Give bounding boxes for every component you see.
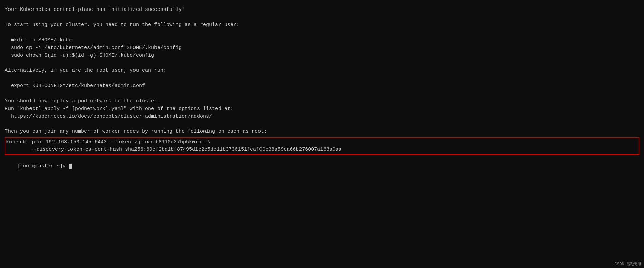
output-line-5: sudo chown $(id -u):$(id -g) $HOME/.kube… <box>5 52 639 60</box>
output-line-11: Then you can join any number of worker n… <box>5 128 639 136</box>
output-line-10: https://kubernetes.io/docs/concepts/clus… <box>5 113 639 121</box>
output-line-4: sudo cp -i /etc/kubernetes/admin.conf $H… <box>5 44 639 52</box>
empty-line-1 <box>5 14 639 22</box>
output-line-6: Alternatively, if you are the root user,… <box>5 67 639 75</box>
kubeadm-join-line2: --discovery-token-ca-cert-hash sha256:69… <box>5 146 639 154</box>
output-line-2: To start using your cluster, you need to… <box>5 21 639 29</box>
output-line-8: You should now deploy a pod network to t… <box>5 98 639 105</box>
watermark: CSDN @武天旭 <box>612 261 644 268</box>
output-line-7: export KUBECONFIG=/etc/kubernetes/admin.… <box>5 82 639 90</box>
prompt-line: [root@master ~]# <box>5 155 639 178</box>
output-line-9: Run "kubectl apply -f [podnetwork].yaml"… <box>5 105 639 113</box>
cursor <box>69 164 72 169</box>
prompt-text: [root@master ~]# <box>17 163 69 169</box>
terminal: Your Kubernetes control-plane has initia… <box>5 6 639 178</box>
empty-line-6 <box>5 121 639 128</box>
output-line-3: mkdir -p $HOME/.kube <box>5 37 639 44</box>
empty-line-2 <box>5 29 639 37</box>
empty-line-3 <box>5 60 639 67</box>
empty-line-4 <box>5 75 639 83</box>
kubeadm-join-block: kubeadm join 192.168.153.145:6443 --toke… <box>5 137 639 155</box>
output-line-1: Your Kubernetes control-plane has initia… <box>5 6 639 14</box>
empty-line-5 <box>5 90 639 98</box>
kubeadm-join-line1: kubeadm join 192.168.153.145:6443 --toke… <box>5 139 639 146</box>
